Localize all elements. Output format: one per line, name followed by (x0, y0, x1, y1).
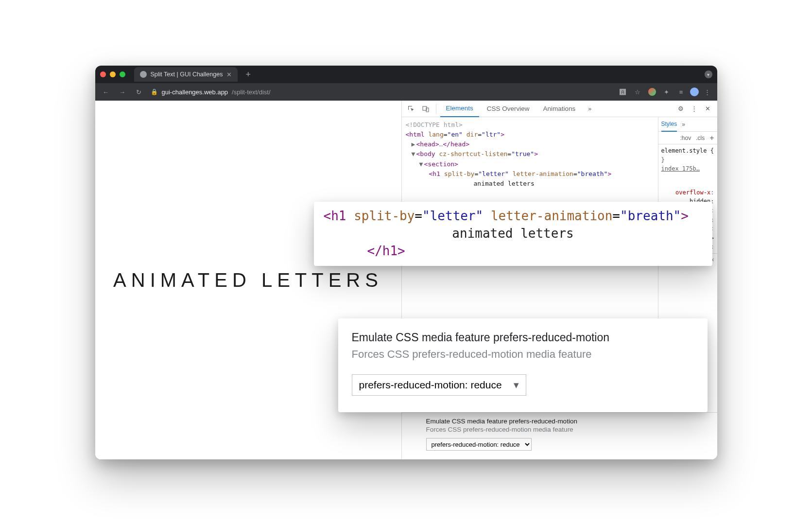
fullscreen-window-icon[interactable] (120, 71, 125, 77)
styles-source-file[interactable]: index 175b… (661, 164, 714, 174)
translate-icon[interactable]: 🅰 (617, 88, 629, 96)
star-icon[interactable]: ☆ (632, 88, 643, 96)
devtools-close-icon[interactable]: ✕ (702, 103, 714, 115)
dom-html-open[interactable]: <html lang="en" dir="ltr"> (406, 130, 654, 140)
style-rule[interactable]: overflow-x: (661, 188, 714, 197)
browser-tab[interactable]: Split Text | GUI Challenges ✕ (134, 67, 238, 82)
drawer-title: Emulate CSS media feature prefers-reduce… (426, 418, 693, 425)
traffic-lights (100, 71, 125, 77)
media-icon[interactable]: ≡ (675, 88, 687, 96)
tab-close-icon[interactable]: ✕ (226, 71, 232, 78)
devtools-settings-icon[interactable]: ⚙ (674, 103, 687, 115)
tab-elements[interactable]: Elements (440, 101, 479, 117)
browser-toolbar: ← → ↻ 🔒 gui-challenges.web.app/split-tex… (95, 83, 717, 101)
nav-reload-button[interactable]: ↻ (132, 88, 146, 96)
nav-back-button[interactable]: ← (99, 88, 113, 96)
styles-hov-toggle[interactable]: :hov (680, 135, 691, 141)
url-domain: gui-challenges.web.app (162, 88, 228, 96)
address-bar[interactable]: 🔒 gui-challenges.web.app/split-text/dist… (151, 88, 271, 96)
titlebar: Split Text | GUI Challenges ✕ + ▾ (95, 66, 717, 83)
tab-animations[interactable]: Animations (537, 101, 582, 117)
callout-desc: Forces CSS prefers-reduced-motion media … (352, 348, 694, 361)
inspect-element-icon[interactable] (405, 103, 417, 115)
dom-doctype: <!DOCTYPE html> (406, 120, 654, 130)
devtools-tabbar: Elements CSS Overview Animations » ⚙ ⋮ ✕ (402, 101, 717, 117)
dom-body-open[interactable]: ▼<body cz-shortcut-listen="true"> (406, 149, 654, 159)
chevron-down-icon: ▾ (514, 379, 519, 391)
tab-css-overview[interactable]: CSS Overview (481, 101, 536, 117)
devtools-menu-icon[interactable]: ⋮ (688, 103, 701, 115)
brace-close: } (661, 156, 714, 165)
styles-more-icon[interactable]: » (682, 121, 685, 128)
browser-menu-icon[interactable]: ⋮ (702, 88, 713, 96)
dom-h1-open[interactable]: <h1 split-by="letter" letter-animation="… (406, 169, 654, 179)
url-path: /split-text/dist/ (232, 88, 270, 96)
element-style-selector: element.style { (661, 146, 714, 156)
new-tab-button[interactable]: + (242, 70, 254, 80)
styles-new-rule-icon[interactable]: + (709, 134, 714, 142)
styles-cls-toggle[interactable]: .cls (696, 135, 705, 141)
callout-code-snippet: <h1 split-by="letter" letter-animation="… (314, 202, 712, 266)
tab-title: Split Text | GUI Challenges (151, 71, 223, 78)
callout-h1-text: animated letters (324, 226, 703, 241)
callout-rendering-setting: Emulate CSS media feature prefers-reduce… (338, 318, 708, 412)
dom-h1-text[interactable]: animated letters (406, 179, 654, 189)
dom-section-open[interactable]: ▼<section> (406, 159, 654, 169)
rendering-drawer: Emulate CSS media feature prefers-reduce… (402, 412, 717, 459)
prefers-reduced-motion-select[interactable]: prefers-reduced-motion: reduce (426, 438, 532, 451)
profile-avatar-icon[interactable] (690, 88, 699, 96)
close-window-icon[interactable] (100, 71, 106, 77)
callout-title: Emulate CSS media feature prefers-reduce… (352, 331, 694, 344)
lock-icon: 🔒 (151, 88, 158, 95)
drawer-desc: Forces CSS prefers-reduced-motion media … (426, 426, 693, 433)
hero-heading: ANIMATED LETTERS (113, 269, 383, 291)
tab-favicon-icon (140, 71, 147, 78)
callout-select[interactable]: prefers-reduced-motion: reduce ▾ (352, 374, 526, 396)
styles-tab[interactable]: Styles (661, 117, 677, 132)
toggle-device-icon[interactable] (419, 103, 432, 115)
extension-icon[interactable] (648, 88, 656, 96)
nav-forward-button[interactable]: → (116, 88, 129, 96)
callout-h1-close: </h1> (324, 244, 703, 258)
browser-window: Split Text | GUI Challenges ✕ + ▾ ← → ↻ … (95, 66, 717, 459)
callout-h1-open: <h1 split-by="letter" letter-animation="… (324, 209, 703, 223)
callout-select-value: prefers-reduced-motion: reduce (359, 379, 502, 391)
dom-head[interactable]: ▶<head>…</head> (406, 140, 654, 149)
tabs-overflow-icon[interactable]: ▾ (705, 70, 712, 78)
minimize-window-icon[interactable] (110, 71, 116, 77)
tabs-overflow-icon[interactable]: » (583, 105, 596, 112)
extensions-puzzle-icon[interactable]: ✦ (661, 88, 673, 96)
